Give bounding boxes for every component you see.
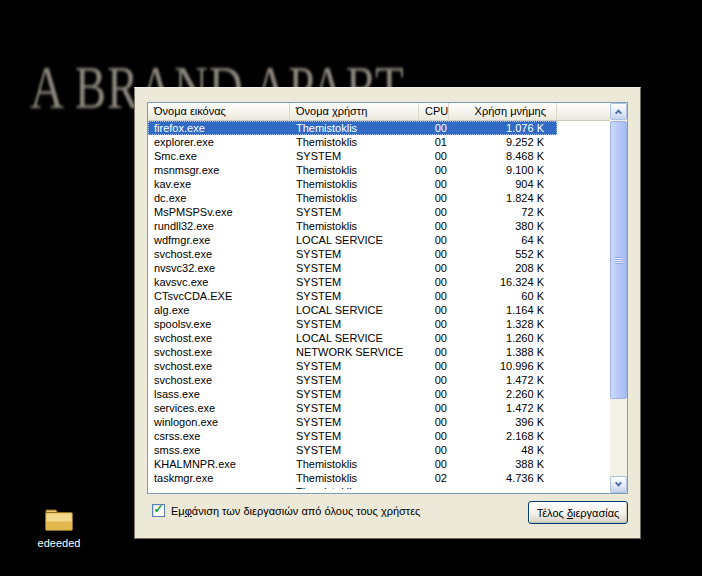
process-row[interactable]: svchost.exeLOCAL SERVICE001.260 K	[148, 331, 557, 345]
scroll-down-button[interactable]	[610, 476, 627, 493]
process-cpu: 00	[419, 233, 449, 247]
process-row[interactable]: wdfmgr.exeLOCAL SERVICE0064 K	[148, 233, 557, 247]
column-header-mem-usage[interactable]: Χρήση μνήμης	[449, 103, 557, 121]
process-name: msnmsgr.exe	[148, 163, 290, 177]
process-mem: 1.260 K	[449, 331, 557, 345]
process-row[interactable]: Themistoklis	[148, 485, 557, 489]
process-row[interactable]: explorer.exeThemistoklis019.252 K	[148, 135, 557, 149]
process-cpu: 00	[419, 443, 449, 457]
process-mem: 1.472 K	[449, 401, 557, 415]
desktop-icon-label[interactable]: edeeded	[16, 537, 102, 549]
process-user: Themistoklis	[290, 163, 419, 177]
process-cpu: 00	[419, 387, 449, 401]
process-user: SYSTEM	[290, 205, 419, 219]
process-row[interactable]: services.exeSYSTEM001.472 K	[148, 401, 557, 415]
process-user: SYSTEM	[290, 289, 419, 303]
process-mem: 1.328 K	[449, 317, 557, 331]
desktop-folder-icon[interactable]: edeeded	[16, 506, 102, 549]
process-mem: 10.996 K	[449, 359, 557, 373]
folder-icon	[16, 506, 102, 533]
process-name: winlogon.exe	[148, 415, 290, 429]
chevron-up-icon	[615, 109, 622, 116]
process-cpu: 02	[419, 471, 449, 485]
process-row[interactable]: rundll32.exeThemistoklis00380 K	[148, 219, 557, 233]
process-row[interactable]: msnmsgr.exeThemistoklis009.100 K	[148, 163, 557, 177]
process-user: SYSTEM	[290, 443, 419, 457]
process-name: taskmgr.exe	[148, 471, 290, 485]
process-user: SYSTEM	[290, 247, 419, 261]
process-row[interactable]: Smc.exeSYSTEM008.468 K	[148, 149, 557, 163]
process-user: Themistoklis	[290, 485, 419, 489]
process-user: Themistoklis	[290, 135, 419, 149]
process-cpu: 00	[419, 401, 449, 415]
process-mem: 60 K	[449, 289, 557, 303]
process-cpu: 00	[419, 331, 449, 345]
end-process-button[interactable]: Τέλος διεργασίας	[528, 501, 628, 524]
checkbox-checked-icon[interactable]: ✓	[152, 504, 165, 517]
process-cpu: 01	[419, 135, 449, 149]
show-all-users-checkbox[interactable]: ✓ Εμφάνιση των διεργασιών από όλους τους…	[152, 504, 420, 517]
process-user: SYSTEM	[290, 275, 419, 289]
process-user: SYSTEM	[290, 373, 419, 387]
process-row[interactable]: dc.exeThemistoklis001.824 K	[148, 191, 557, 205]
process-cpu: 00	[419, 345, 449, 359]
process-cpu: 00	[419, 289, 449, 303]
process-mem: 9.100 K	[449, 163, 557, 177]
column-header-image-name[interactable]: Όνομα εικόνας	[148, 103, 290, 121]
scroll-up-button[interactable]	[610, 103, 627, 120]
process-cpu	[419, 485, 449, 489]
process-name: services.exe	[148, 401, 290, 415]
process-row[interactable]: lsass.exeSYSTEM002.260 K	[148, 387, 557, 401]
process-mem: 72 K	[449, 205, 557, 219]
process-cpu: 00	[419, 177, 449, 191]
scrollbar-thumb[interactable]	[610, 121, 627, 399]
process-row[interactable]: KHALMNPR.exeThemistoklis00388 K	[148, 457, 557, 471]
checkbox-label: Εμφάνιση των διεργασιών από όλους τους χ…	[171, 505, 420, 517]
process-row[interactable]: alg.exeLOCAL SERVICE001.164 K	[148, 303, 557, 317]
process-name: svchost.exe	[148, 331, 290, 345]
process-name: spoolsv.exe	[148, 317, 290, 331]
process-cpu: 00	[419, 247, 449, 261]
process-name: KHALMNPR.exe	[148, 457, 290, 471]
check-icon: ✓	[153, 504, 163, 515]
scrollbar-grip-icon	[615, 257, 623, 264]
process-user: Themistoklis	[290, 121, 419, 135]
process-row[interactable]: spoolsv.exeSYSTEM001.328 K	[148, 317, 557, 331]
desktop: A BRAND APART edeeded Όνομα εικόνας Όνομ…	[0, 0, 702, 576]
process-row[interactable]: kavsvc.exeSYSTEM0016.324 K	[148, 275, 557, 289]
process-row[interactable]: winlogon.exeSYSTEM00396 K	[148, 415, 557, 429]
process-row[interactable]: kav.exeThemistoklis00904 K	[148, 177, 557, 191]
column-header-user-name[interactable]: Όνομα χρήστη	[290, 103, 419, 121]
process-row[interactable]: svchost.exeSYSTEM0010.996 K	[148, 359, 557, 373]
process-mem: 1.388 K	[449, 345, 557, 359]
process-name: firefox.exe	[148, 121, 290, 135]
process-row[interactable]: svchost.exeNETWORK SERVICE001.388 K	[148, 345, 557, 359]
process-mem: 396 K	[449, 415, 557, 429]
process-name: CTsvcCDA.EXE	[148, 289, 290, 303]
process-name: svchost.exe	[148, 373, 290, 387]
process-user: SYSTEM	[290, 317, 419, 331]
chevron-down-icon	[615, 480, 622, 487]
process-row[interactable]: svchost.exeSYSTEM001.472 K	[148, 373, 557, 387]
process-user: LOCAL SERVICE	[290, 303, 419, 317]
process-row[interactable]: csrss.exeSYSTEM002.168 K	[148, 429, 557, 443]
process-row[interactable]: svchost.exeSYSTEM00552 K	[148, 247, 557, 261]
process-row[interactable]: smss.exeSYSTEM0048 K	[148, 443, 557, 457]
process-user: SYSTEM	[290, 429, 419, 443]
column-header-filler	[557, 103, 610, 121]
process-name: svchost.exe	[148, 247, 290, 261]
process-user: SYSTEM	[290, 149, 419, 163]
process-row[interactable]: taskmgr.exeThemistoklis024.736 K	[148, 471, 557, 485]
vertical-scrollbar[interactable]	[610, 103, 627, 493]
process-cpu: 00	[419, 219, 449, 233]
process-mem: 2.168 K	[449, 429, 557, 443]
column-header-cpu[interactable]: CPU	[419, 103, 449, 121]
process-row[interactable]: firefox.exeThemistoklis001.076 K	[148, 121, 557, 135]
process-cpu: 00	[419, 205, 449, 219]
process-user: Themistoklis	[290, 471, 419, 485]
process-user: SYSTEM	[290, 401, 419, 415]
process-row[interactable]: nvsvc32.exeSYSTEM00208 K	[148, 261, 557, 275]
process-row[interactable]: MsPMSPSv.exeSYSTEM0072 K	[148, 205, 557, 219]
process-row[interactable]: CTsvcCDA.EXESYSTEM0060 K	[148, 289, 557, 303]
process-name: dc.exe	[148, 191, 290, 205]
